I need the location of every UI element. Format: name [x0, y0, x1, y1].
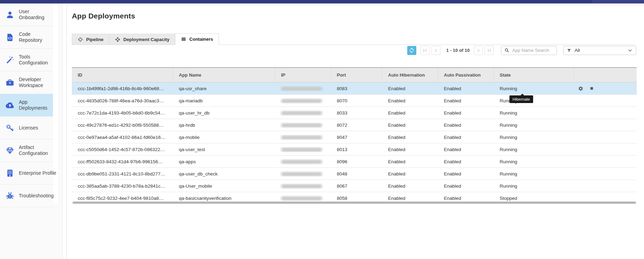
cell-auto-hibernation: Enabled [382, 98, 438, 103]
cell-auto-passivation: Enabled [438, 86, 494, 91]
key-icon [6, 124, 14, 132]
cell-state: Running [494, 183, 574, 189]
app-name-search-input[interactable] [512, 47, 554, 53]
table-row[interactable]: ccc-1b499fa1-2d98-416b-8c4b-960e68… qa-u… [72, 83, 637, 95]
briefcase-icon [6, 78, 14, 87]
cell-id: ccc-0e97aea4-a5af-4102-86a1-fd60e16… [72, 135, 173, 140]
cell-id: ccc-4835d026-788f-46ea-a76d-30aac3… [72, 98, 173, 103]
tab-deployment-capacity[interactable]: Deployment Capacity [109, 34, 175, 45]
column-header-app-name: App Name [173, 68, 275, 82]
cell-ip [275, 123, 331, 128]
cell-app-name: qa-apps [173, 159, 275, 164]
cell-ip [275, 98, 331, 103]
cell-port: 8047 [331, 135, 382, 140]
building-icon [6, 169, 14, 178]
table-row[interactable]: ccc-385aa5ab-3788-4230-b78a-b2841c… qa-U… [72, 180, 637, 192]
table-row[interactable]: ccc-4835d026-788f-46ea-a76d-30aac3… qa-m… [72, 95, 637, 107]
containers-table: ID App Name IP Port Auto Hibernation Aut… [72, 67, 637, 204]
column-header-port: Port [331, 68, 382, 82]
cell-auto-hibernation: Enabled [382, 123, 438, 128]
tab-containers[interactable]: Containers [175, 33, 219, 45]
table-row[interactable]: ccc-db9be051-2331-4121-8c10-8bd277… qa-u… [72, 168, 637, 180]
cell-port: 8058 [331, 196, 382, 201]
next-page-button[interactable] [474, 46, 483, 55]
tab-pipeline[interactable]: Pipeline [72, 34, 109, 45]
table-row[interactable]: ccc-0e97aea4-a5af-4102-86a1-fd60e16… qa-… [72, 131, 637, 143]
cell-app-name: qa-user_test [173, 147, 275, 152]
pipeline-icon [78, 37, 83, 42]
pagination-range-label: 1 - 10 of 10 [446, 48, 470, 53]
refresh-button[interactable] [407, 46, 416, 55]
cell-ip [275, 147, 331, 152]
cell-auto-hibernation: Enabled [382, 159, 438, 164]
sidebar-item-app-deployments[interactable]: App Deployments [0, 94, 53, 117]
cell-auto-hibernation: Enabled [382, 147, 438, 152]
table-row[interactable]: ccc-ff502633-8432-41d4-97b6-996156… qa-a… [72, 156, 637, 168]
page-title: App Deployments [72, 12, 135, 20]
cell-id: ccc-f85c75c2-9232-4ee7-b404-9810a8… [72, 196, 173, 201]
magic-wand-icon [6, 56, 14, 64]
cell-auto-passivation: Enabled [438, 98, 494, 103]
cell-app-name: qa-User_mobile [173, 183, 275, 189]
last-page-button[interactable] [485, 46, 494, 55]
cloud-upload-icon [6, 101, 14, 110]
sidebar-item-licenses[interactable]: Licenses [0, 117, 53, 139]
move-icon [115, 37, 120, 42]
table-row[interactable]: ccc-c5050d64-1452-4c57-872b-086322… qa-u… [72, 143, 637, 156]
cell-actions [574, 86, 637, 91]
gear-icon[interactable] [578, 86, 583, 91]
tabs-row: Pipeline Deployment Capacity Containers [72, 33, 636, 45]
table-row[interactable]: ccc-49c27876-ed1c-4292-b0f8-550588… qa-h… [72, 119, 637, 131]
sidebar-item-tools-configuration[interactable]: Tools Configuration [0, 49, 53, 71]
cell-id: ccc-c5050d64-1452-4c57-872b-086322… [72, 147, 173, 152]
sidebar-item-artifact-configuration[interactable]: Artifact Configuration [0, 139, 53, 162]
cell-auto-hibernation: Enabled [382, 110, 438, 116]
app-name-search-box [501, 46, 557, 55]
cell-auto-passivation: Enabled [438, 196, 494, 201]
filter-funnel-icon [567, 48, 571, 53]
cell-state: Running [494, 159, 574, 164]
first-page-button[interactable] [421, 46, 430, 55]
sidebar-item-user-onboarding[interactable]: User Onboarding [0, 3, 53, 26]
refresh-icon [409, 47, 415, 53]
cell-state: Running [494, 110, 574, 116]
cell-id: ccc-7e72c1da-4193-4b05-b8d0-6b9c54… [72, 110, 173, 116]
person-icon [6, 10, 14, 19]
stop-icon[interactable] [590, 86, 594, 91]
redacted-ip [281, 160, 322, 164]
redacted-ip [281, 184, 322, 188]
cell-app-name: qa-basicsanityverification [173, 196, 275, 201]
table-toolbar: 1 - 10 of 10 All [407, 46, 636, 55]
redacted-ip [281, 123, 322, 127]
search-icon [504, 48, 509, 53]
table-horizontal-scrollbar[interactable] [73, 202, 636, 204]
cell-ip [275, 171, 331, 176]
cell-state: Stopped [494, 196, 574, 201]
cell-port: 8033 [331, 110, 382, 116]
cell-id: ccc-ff502633-8432-41d4-97b6-996156… [72, 159, 173, 164]
sidebar-item-troubleshooting[interactable]: Troubleshooting [0, 185, 53, 207]
redacted-ip [281, 87, 322, 91]
column-header-id: ID [72, 68, 173, 82]
main-content: App Deployments Pipeline Deployment Capa… [66, 6, 644, 259]
sidebar-item-enterprise-profile[interactable]: Enterprise Profile [0, 162, 53, 185]
cell-state: Running [494, 123, 574, 128]
cell-app-name: qa-user_db_check [173, 171, 275, 176]
column-header-state: State [494, 68, 574, 82]
cell-auto-hibernation: Enabled [382, 183, 438, 189]
last-page-icon [486, 47, 492, 54]
cell-state: Running [494, 147, 574, 152]
sidebar-item-code-repository[interactable]: Code Repository [0, 26, 53, 49]
state-filter-dropdown[interactable]: All [563, 46, 636, 55]
cell-state: Running [494, 86, 574, 91]
cell-app-name: qa-usr_share [173, 86, 275, 91]
sidebar-item-developer-workspace[interactable]: Developer Workspace [0, 71, 53, 94]
table-row[interactable]: ccc-7e72c1da-4193-4b05-b8d0-6b9c54… qa-u… [72, 107, 637, 119]
previous-page-button[interactable] [431, 46, 440, 55]
top-bar [0, 0, 644, 3]
cell-port: 8048 [331, 171, 382, 176]
sidebar-nav: User Onboarding Code Repository Tools Co… [0, 3, 62, 207]
cell-auto-hibernation: Enabled [382, 135, 438, 140]
hibernate-tooltip: Hibernate [509, 95, 533, 103]
cell-port: 8083 [331, 86, 382, 91]
